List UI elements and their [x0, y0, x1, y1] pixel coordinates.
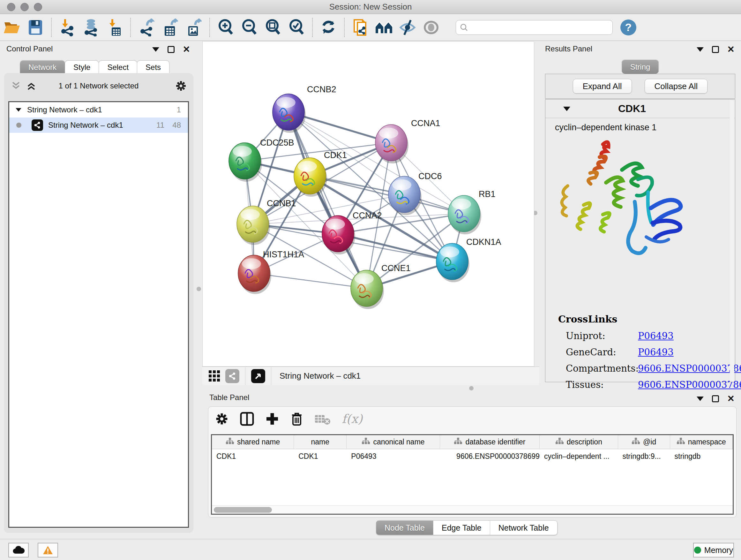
memory-status-dot — [694, 547, 701, 554]
export-network-button[interactable] — [137, 17, 156, 37]
help-button[interactable]: ? — [618, 17, 638, 37]
birds-eye-view-icon[interactable] — [251, 369, 265, 383]
refresh-button[interactable] — [319, 17, 338, 37]
zoom-selected-button[interactable] — [286, 17, 307, 37]
cell[interactable]: cyclin–dependent ... — [540, 449, 618, 463]
export-table-button[interactable] — [160, 17, 180, 37]
tab-select[interactable]: Select — [98, 60, 137, 74]
tab-node-table[interactable]: Node Table — [376, 520, 433, 535]
expand-all-button[interactable]: Expand All — [573, 79, 632, 94]
crosslink-link[interactable]: P06493 — [638, 330, 674, 341]
tab-network-table[interactable]: Network Table — [490, 520, 557, 535]
delete-column-icon[interactable] — [290, 411, 304, 427]
node-CCNE1[interactable]: CCNE1 — [351, 263, 411, 309]
scrollbar-thumb[interactable] — [214, 507, 272, 513]
edge-CCNB2-CCNE1[interactable] — [288, 112, 367, 288]
column-header-description[interactable]: description — [540, 435, 618, 449]
results-scrollbar[interactable] — [730, 100, 734, 382]
zoom-in-button[interactable] — [216, 17, 235, 37]
cell[interactable]: P06493 — [347, 449, 440, 463]
gene-header-row[interactable]: CDK1 — [545, 100, 735, 118]
node-CCNB2[interactable]: CCNB2 — [273, 84, 336, 133]
cell[interactable]: CDK1 — [294, 449, 347, 463]
node-RB1[interactable]: RB1 — [448, 189, 495, 234]
zoom-out-button[interactable] — [239, 17, 259, 37]
tab-edge-table[interactable]: Edge Table — [433, 520, 490, 535]
horizontal-splitter-handle[interactable] — [469, 386, 474, 390]
collapse-all-button[interactable]: Collapse All — [645, 79, 708, 94]
svg-text:?: ? — [625, 21, 632, 33]
panel-float-icon[interactable] — [712, 46, 719, 53]
column-header--id[interactable]: @id — [618, 435, 670, 449]
cell[interactable]: CDK1 — [212, 449, 294, 463]
search-input[interactable] — [470, 23, 607, 32]
memory-button[interactable]: Memory — [693, 543, 734, 557]
duplicate-network-button[interactable] — [350, 17, 370, 37]
tab-style[interactable]: Style — [65, 60, 99, 74]
column-header-database-identifier[interactable]: database identifier — [440, 435, 540, 449]
cell[interactable]: stringdb — [670, 449, 733, 463]
edge-CDK1-RB1[interactable] — [310, 176, 464, 213]
import-network-button[interactable] — [57, 17, 77, 37]
panel-close-icon[interactable]: ✕ — [727, 45, 735, 54]
import-table-button[interactable] — [105, 17, 125, 37]
zoom-fit-button[interactable] — [263, 17, 283, 37]
show-all-button[interactable] — [421, 17, 441, 37]
node-CDKN1A[interactable]: CDKN1A — [436, 237, 501, 282]
node-CDC25B[interactable]: CDC25B — [229, 138, 294, 182]
network-row[interactable]: String Network – cdk1 11 48 — [9, 118, 188, 133]
export-image-button[interactable] — [184, 17, 204, 37]
zoom-fit-icon — [265, 18, 281, 37]
tab-network[interactable]: Network — [20, 60, 65, 74]
table-row[interactable]: CDK1CDK1P064939606.ENSP00000378699cyclin… — [212, 449, 733, 463]
node-HIST1H1A[interactable]: HIST1H1A — [238, 250, 304, 294]
cell[interactable]: stringdb:9... — [618, 449, 670, 463]
node-CCNA1[interactable]: CCNA1 — [375, 118, 441, 164]
node-CCNA2[interactable]: CCNA2 — [322, 211, 382, 254]
table-options-gear-icon[interactable] — [215, 412, 229, 426]
tab-sets[interactable]: Sets — [137, 60, 170, 74]
grid-view-icon[interactable] — [208, 370, 221, 382]
column-header-namespace[interactable]: namespace — [670, 435, 733, 449]
string-network-graph[interactable]: CCNB2CCNA1CDC25BCDK1CDC6RB1CCNB1CCNA2CDK… — [203, 42, 534, 366]
network-canvas[interactable]: CCNB2CCNA1CDC25BCDK1CDC6RB1CCNB1CCNA2CDK… — [202, 41, 534, 367]
toolbar-separator — [209, 18, 210, 37]
import-network-from-database-button[interactable] — [81, 17, 101, 37]
tab-string[interactable]: String — [622, 60, 659, 74]
node-CDC6[interactable]: CDC6 — [388, 172, 442, 215]
add-column-icon[interactable] — [265, 412, 279, 426]
left-splitter-handle[interactable] — [197, 287, 201, 291]
collection-expand-icon[interactable] — [16, 108, 21, 111]
network-options-gear-icon[interactable] — [175, 80, 187, 92]
cell[interactable]: 9606.ENSP00000378699 — [440, 449, 540, 463]
warnings-button[interactable] — [38, 543, 58, 557]
network-collection-row[interactable]: String Network – cdk1 1 — [9, 102, 188, 118]
first-neighbors-button[interactable] — [374, 17, 394, 37]
panel-close-icon[interactable]: ✕ — [727, 394, 735, 403]
table-horizontal-scrollbar[interactable] — [212, 505, 733, 514]
show-columns-icon[interactable] — [240, 412, 254, 426]
column-header-canonical-name[interactable]: canonical name — [347, 435, 440, 449]
panel-collapse-icon[interactable] — [697, 396, 704, 401]
panel-float-icon[interactable] — [167, 46, 175, 53]
gene-expand-icon[interactable] — [563, 107, 570, 111]
toolbar-divider — [245, 367, 246, 385]
save-session-button[interactable] — [25, 17, 45, 37]
node-CCNB1[interactable]: CCNB1 — [237, 199, 296, 245]
column-header-name[interactable]: name — [294, 435, 347, 449]
title-bar: Session: New Session — [0, 0, 741, 14]
search-field[interactable] — [456, 20, 613, 35]
column-header-shared-name[interactable]: shared name — [212, 435, 294, 449]
panel-float-icon[interactable] — [712, 395, 719, 402]
hide-selected-button[interactable] — [398, 17, 417, 37]
crosslink-link[interactable]: P06493 — [638, 347, 674, 358]
open-session-button[interactable] — [2, 17, 22, 37]
panel-collapse-icon[interactable] — [697, 47, 704, 52]
panel-collapse-icon[interactable] — [152, 47, 159, 52]
panel-close-icon[interactable]: ✕ — [183, 45, 190, 54]
crosslink-link[interactable]: 9606.ENSP00000378699 — [638, 363, 741, 374]
cloud-status-button[interactable] — [8, 543, 29, 557]
string-view-icon[interactable] — [225, 369, 239, 383]
crosslink-row: Compartments:9606.ENSP00000378699 — [558, 363, 741, 374]
crosslink-link[interactable]: 9606.ENSP00000378699 — [638, 379, 741, 390]
